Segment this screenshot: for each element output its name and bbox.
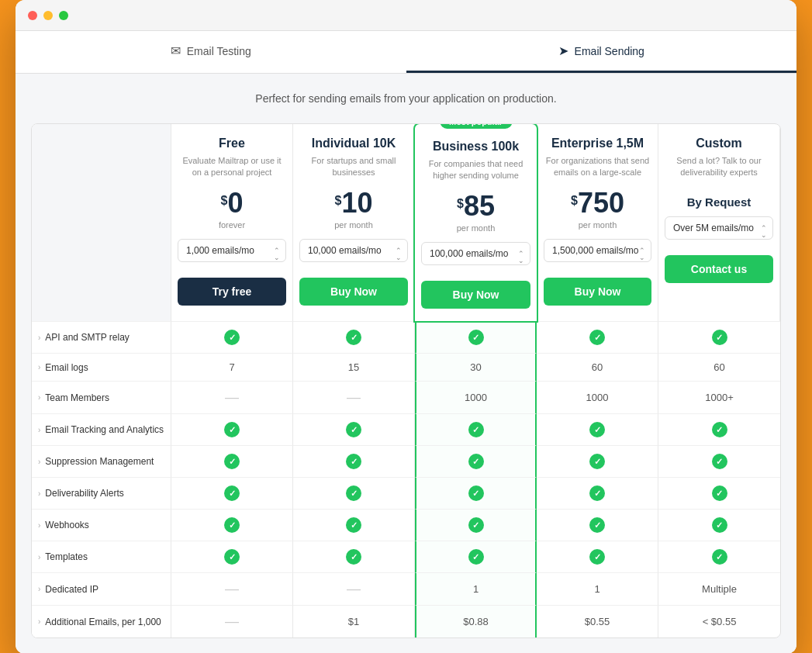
- feature-val-2-0: —: [171, 381, 293, 413]
- feature-val-7-1: ✓: [293, 541, 415, 572]
- plan-header-free: Free Evaluate Mailtrap or use it on a pe…: [171, 124, 293, 321]
- emails-select-individual[interactable]: 10,000 emails/mo: [299, 239, 408, 262]
- feature-val-1-3: 60: [537, 353, 658, 381]
- feature-val-7-3: ✓: [537, 541, 658, 572]
- feature-label-8: ›Dedicated IP: [32, 572, 171, 605]
- feature-val-6-4: ✓: [658, 509, 780, 541]
- cta-individual[interactable]: Buy Now: [299, 278, 408, 306]
- main-content: Perfect for sending emails from your app…: [16, 74, 796, 653]
- feature-label-2: ›Team Members: [32, 381, 171, 413]
- plan-desc-custom: Send a lot? Talk to our deliverability e…: [665, 155, 773, 180]
- plan-desc-individual: For startups and small businesses: [299, 155, 408, 180]
- price-free: 0: [227, 189, 243, 217]
- by-request-label: By Request: [665, 195, 773, 209]
- feature-val-9-3: $0.55: [537, 605, 658, 637]
- minimize-dot[interactable]: [43, 11, 53, 20]
- feature-val-9-0: —: [171, 605, 293, 637]
- feature-val-3-2: ✓: [415, 413, 537, 445]
- cta-enterprise[interactable]: Buy Now: [544, 278, 651, 306]
- tabs-bar: ✉ Email Testing ➤ Email Sending: [16, 31, 796, 74]
- tab-email-sending-label: Email Sending: [575, 45, 644, 57]
- feature-val-2-4: 1000+: [658, 381, 780, 413]
- plan-desc-business: For companies that need higher sending v…: [421, 158, 530, 183]
- feature-val-8-3: 1: [537, 572, 658, 605]
- feature-val-4-0: ✓: [171, 445, 293, 477]
- email-testing-icon: ✉: [171, 43, 181, 58]
- feature-val-8-2: 1: [415, 572, 537, 605]
- period-enterprise: per month: [544, 220, 651, 230]
- feature-val-0-1: ✓: [293, 321, 415, 353]
- feature-label-9: ›Additional Emails, per 1,000: [32, 605, 171, 637]
- plan-name-business: Business 100k: [421, 140, 530, 154]
- title-bar: [16, 0, 796, 31]
- cta-custom[interactable]: Contact us: [665, 255, 773, 283]
- feature-val-7-4: ✓: [658, 541, 780, 572]
- period-free: forever: [178, 220, 286, 230]
- plan-header-custom: Custom Send a lot? Talk to our deliverab…: [658, 124, 780, 321]
- price-individual: 10: [341, 189, 372, 217]
- feature-val-5-4: ✓: [658, 477, 780, 509]
- period-business: per month: [421, 223, 530, 233]
- currency-free: $: [221, 194, 228, 208]
- feature-val-7-2: ✓: [415, 541, 537, 572]
- feature-val-4-3: ✓: [537, 445, 658, 477]
- most-popular-badge: Most popular: [440, 123, 512, 129]
- tab-email-testing[interactable]: ✉ Email Testing: [16, 31, 406, 73]
- feature-val-9-2: $0.88: [415, 605, 537, 637]
- feature-label-1: ›Email logs: [32, 353, 171, 381]
- feature-val-8-1: —: [293, 572, 415, 605]
- feature-val-1-2: 30: [415, 353, 537, 381]
- feature-val-1-4: 60: [658, 353, 780, 381]
- feature-val-3-0: ✓: [171, 413, 293, 445]
- email-sending-icon: ➤: [558, 43, 568, 58]
- feature-label-4: ›Suppression Management: [32, 445, 171, 477]
- tab-email-sending[interactable]: ➤ Email Sending: [406, 31, 797, 73]
- feature-label-3: ›Email Tracking and Analytics: [32, 413, 171, 445]
- plan-name-individual: Individual 10K: [299, 136, 408, 150]
- plan-desc-free: Evaluate Mailtrap or use it on a persona…: [178, 155, 286, 180]
- feature-val-6-1: ✓: [293, 509, 415, 541]
- maximize-dot[interactable]: [59, 11, 68, 20]
- currency-business: $: [457, 197, 464, 211]
- feature-label-7: ›Templates: [32, 541, 171, 572]
- page-subtitle: Perfect for sending emails from your app…: [31, 92, 781, 105]
- tab-email-testing-label: Email Testing: [187, 45, 251, 57]
- feature-val-6-3: ✓: [537, 509, 658, 541]
- emails-select-enterprise[interactable]: 1,500,000 emails/mo: [544, 239, 651, 262]
- plan-desc-enterprise: For organizations that send emails on a …: [544, 155, 651, 180]
- feature-val-2-1: —: [293, 381, 415, 413]
- feature-val-3-4: ✓: [658, 413, 780, 445]
- feature-val-3-1: ✓: [293, 413, 415, 445]
- feature-label-6: ›Webhooks: [32, 509, 171, 541]
- feature-val-5-0: ✓: [171, 477, 293, 509]
- price-business: 85: [464, 192, 495, 220]
- feature-val-8-0: —: [171, 572, 293, 605]
- feature-val-0-4: ✓: [658, 321, 780, 353]
- emails-select-custom[interactable]: Over 5M emails/mo: [665, 216, 773, 240]
- currency-enterprise: $: [571, 194, 578, 208]
- cta-free[interactable]: Try free: [178, 278, 286, 306]
- feature-val-6-0: ✓: [171, 509, 293, 541]
- plan-name-enterprise: Enterprise 1,5M: [544, 136, 651, 150]
- period-individual: per month: [299, 220, 408, 230]
- pricing-table: Free Evaluate Mailtrap or use it on a pe…: [31, 123, 781, 638]
- feature-val-8-4: Multiple: [658, 572, 780, 605]
- emails-select-free[interactable]: 1,000 emails/mo: [178, 239, 286, 262]
- plan-name-custom: Custom: [665, 136, 773, 150]
- emails-select-business[interactable]: 100,000 emails/mo: [421, 242, 530, 265]
- feature-val-0-3: ✓: [537, 321, 658, 353]
- feature-val-4-1: ✓: [293, 445, 415, 477]
- feature-val-4-2: ✓: [415, 445, 537, 477]
- feature-label-0: ›API and SMTP relay: [32, 321, 171, 353]
- feature-val-2-3: 1000: [537, 381, 658, 413]
- empty-header-cell: [32, 124, 171, 321]
- feature-val-1-1: 15: [293, 353, 415, 381]
- feature-val-4-4: ✓: [658, 445, 780, 477]
- currency-individual: $: [335, 194, 342, 208]
- close-dot[interactable]: [28, 11, 37, 20]
- feature-val-3-3: ✓: [537, 413, 658, 445]
- feature-val-5-3: ✓: [537, 477, 658, 509]
- plan-header-business: Most popular Business 100k For companies…: [413, 123, 538, 323]
- cta-business[interactable]: Buy Now: [421, 281, 530, 309]
- price-enterprise: 750: [578, 189, 624, 217]
